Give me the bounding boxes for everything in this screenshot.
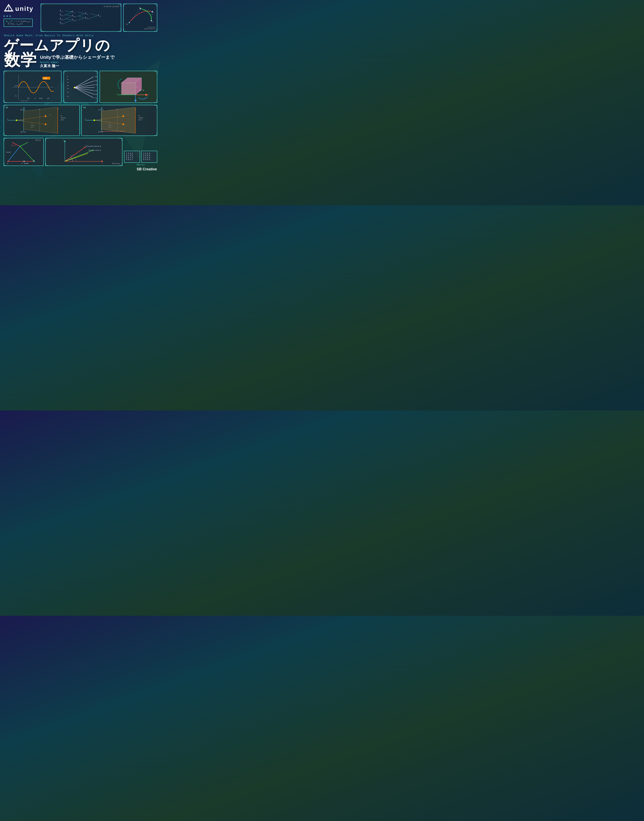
publisher-label: SB Creative [136, 167, 157, 171]
svg-marker-130 [8, 146, 34, 161]
approximation-diagram: P1 P2 P3 P0 [125, 6, 155, 30]
angles-box: a b₁ b₂ b₃ b₄ b₅ b₆ π/6 (0.886) π/3 (0.5… [63, 71, 98, 103]
bracket-tr [118, 4, 121, 7]
main-title-line2: 数学 [4, 52, 37, 68]
svg-text:b₆: b₆ [67, 96, 69, 97]
approximation-label: B-SplinesApproximation [144, 26, 155, 30]
svg-text:b₂: b₂ [67, 81, 69, 83]
svg-text:0  0  0  0: 0 0 0 0 [143, 159, 150, 161]
svg-text:cosine wave: cosine wave [20, 100, 28, 101]
svg-text:0  0  0  1: 0 0 0 1 [126, 159, 133, 161]
svg-text:y: y [24, 107, 25, 109]
svg-text:a: a [67, 75, 68, 77]
bspline-title: B-spline pyramid [43, 6, 119, 8]
svg-text:Ni+2,1: Ni+2,1 [60, 18, 64, 20]
bracket-br [118, 28, 121, 32]
author-en: Ryuichi KUBUKI [40, 61, 115, 63]
cosine-bracket-tl [4, 71, 7, 74]
svg-text:[0,b,-n]: [0,b,-n] [21, 131, 26, 133]
vector-box: Vector BC×CP CA×AP c B A P AB×BP [4, 138, 44, 166]
bottom-row: Vector BC×CP CA×AP c B A P AB×BP [0, 136, 161, 166]
bspline-diagram: Ni,1 Ni+1,1 Ni+2,1 Ni+3,1 Ni,2 Ni+1,2 Ni… [43, 8, 119, 30]
svg-text:b₅: b₅ [67, 92, 69, 93]
svg-line-20 [65, 19, 71, 20]
svg-line-135 [20, 142, 28, 146]
svg-text:N: N [122, 114, 123, 115]
clip-planes-row: 01 y z [0,t,-n] [0,b,-n] -n -f N D f [0, 103, 161, 136]
svg-text:P[rcos(α), rsh(α), 0]: P[rcos(α), rsh(α), 0] [89, 149, 101, 151]
clip01-num: 01 [6, 106, 8, 109]
svg-text:1: 1 [15, 85, 16, 87]
svg-line-16 [65, 11, 71, 12]
rot-bracket-tl [45, 138, 49, 141]
svg-text:[0,t,-n]: [0,t,-n] [21, 109, 25, 110]
svg-text:θ: θ [66, 160, 67, 161]
clip01-svg: y z [0,t,-n] [0,b,-n] -n -f N D for clip… [4, 105, 79, 135]
svg-text:Ni,1: Ni,1 [60, 10, 63, 12]
angles-bracket-br [94, 100, 98, 103]
svg-text:π/2 [0]: π/2 [0] [95, 84, 98, 86]
svg-text:P'[rcos(α+θ), rsh(α+θ), 0]: P'[rcos(α+θ), rsh(α+θ), 0] [86, 146, 101, 147]
title-section: Mobile Game Math: From Basics To Shaders… [0, 32, 161, 68]
svg-point-34 [152, 11, 153, 12]
svg-line-21 [65, 21, 71, 23]
cosine-bracket-bl [4, 100, 7, 103]
svg-text:plane: plane [61, 119, 64, 121]
svg-text:Ni,4: Ni,4 [98, 14, 101, 17]
svg-text:-n: -n [39, 108, 40, 110]
svg-text:N: N [45, 114, 46, 115]
svg-line-18 [65, 15, 71, 16]
clip-box-01: 01 y z [0,t,-n] [0,b,-n] -n -f N D f [4, 105, 80, 136]
svg-text:b₄: b₄ [67, 87, 69, 89]
svg-text:-f: -f [135, 108, 136, 110]
svg-text:clipping: clipping [31, 125, 35, 126]
svg-line-23 [78, 14, 84, 16]
clip-box-02: 02 y z x [1,0,-n] [r,0,-n] -n -f N [81, 105, 158, 136]
svg-text:-f: -f [57, 108, 58, 110]
svg-text:BC×CP: BC×CP [11, 145, 16, 146]
svg-text:π/2: π/2 [27, 97, 30, 99]
svg-text:plane: plane [108, 126, 111, 128]
svg-text:for: for [138, 115, 140, 117]
unity-logo: unity [4, 4, 36, 14]
svg-text:plane: plane [138, 119, 142, 121]
svg-text:1  0  0  0: 1 0 0 0 [126, 153, 133, 155]
svg-line-25 [78, 18, 84, 20]
svg-text:l: l [136, 86, 137, 88]
svg-point-161 [84, 147, 86, 148]
svg-text:A: A [7, 163, 8, 164]
svg-text:Ni,3: Ni,3 [85, 12, 88, 15]
svg-line-26 [90, 14, 97, 15]
svg-text:0  0  0  0: 0 0 0 0 [143, 155, 150, 157]
angles-bracket-bl [63, 100, 67, 103]
cosine-wave-svg: 1 -1 0 π/2 π 3π/2 2π cosθ cosine wave [6, 73, 60, 102]
angles-bracket-tl [63, 71, 67, 74]
svg-text:AB×BP: AB×BP [24, 163, 29, 164]
vector-svg: BC×CP CA×AP c B A P AB×BP [4, 138, 43, 165]
svg-text:Ni+1,2: Ni+1,2 [72, 15, 77, 17]
svg-text:y: y [135, 102, 136, 103]
matrix-label: Matrix [136, 164, 145, 166]
publisher-name: SB Creative [0, 166, 161, 173]
bracket-tr2 [154, 4, 157, 7]
clip02-bracket-tr [154, 105, 157, 108]
svg-text:π: π [34, 97, 36, 99]
svg-text:for: for [61, 115, 63, 117]
cube-bracket-tr [154, 71, 157, 74]
svg-text:2π: 2π [47, 97, 49, 99]
formula-box: Ni,j(t) = { 1 [xi≤t<xi+1] 0 [t<xi, xi+1<… [4, 18, 33, 27]
svg-text:l: l [117, 93, 117, 95]
svg-line-27 [90, 16, 97, 18]
svg-text:near: near [31, 123, 33, 124]
svg-text:D: D [128, 114, 129, 115]
svg-text:Ni+1,3: Ni+1,3 [85, 17, 90, 19]
clip02-num: 02 [83, 106, 86, 109]
svg-point-33 [140, 8, 141, 9]
cosine-box: 1 -1 0 π/2 π 3π/2 2π cosθ cosine wave [4, 71, 61, 103]
svg-text:D: D [50, 114, 51, 115]
svg-text:π/3 (0.5): π/3 (0.5) [95, 80, 98, 81]
logo-text: unity [15, 5, 34, 12]
vector-title: Vector [35, 139, 41, 141]
clip02-bracket-br [154, 133, 157, 136]
angles-bracket-tr [94, 71, 98, 74]
